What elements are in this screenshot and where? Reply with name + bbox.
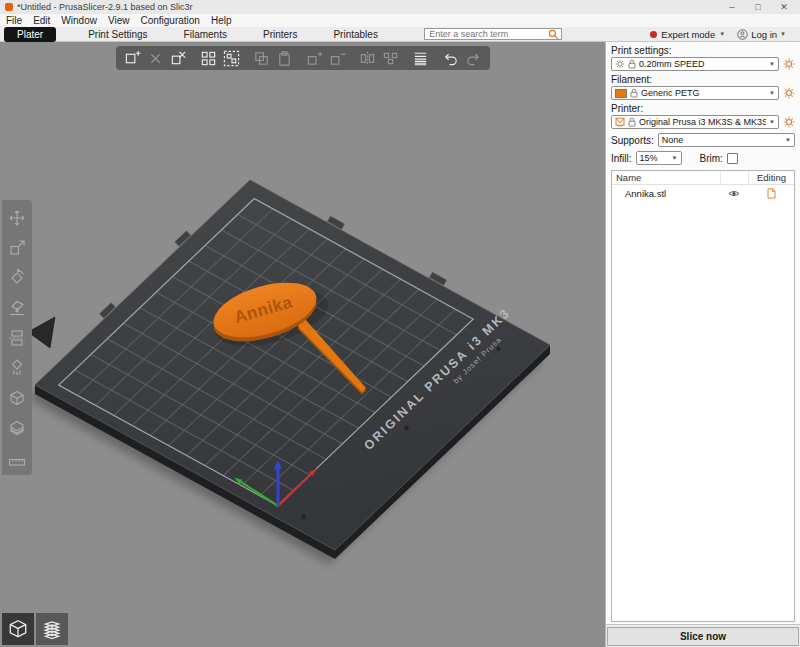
move-button[interactable]	[4, 205, 30, 230]
menu-configuration[interactable]: Configuration	[140, 15, 199, 26]
arrange-button[interactable]	[197, 48, 220, 68]
cube-3d-icon	[7, 618, 29, 640]
add-instance-icon	[306, 50, 323, 67]
gear-icon	[783, 87, 795, 99]
multimaterial-painting-icon	[7, 418, 27, 438]
eye-icon	[728, 189, 740, 198]
edit-object-button[interactable]	[748, 185, 794, 202]
slice-now-button[interactable]: Slice now	[607, 627, 799, 646]
print-settings-label: Print settings:	[611, 45, 795, 56]
maximize-button[interactable]: □	[747, 2, 769, 12]
tab-bar: Plater Print Settings Filaments Printers…	[0, 27, 800, 42]
supports-label: Supports:	[611, 135, 654, 146]
brim-checkbox[interactable]	[727, 153, 738, 164]
infill-combo[interactable]: 15% ▼	[636, 151, 682, 165]
chevron-down-icon: ▼	[785, 137, 791, 143]
measure-button[interactable]	[4, 445, 30, 470]
printer-edit-button[interactable]	[782, 116, 795, 129]
window-title: *Untitled - PrusaSlicer-2.9.1 based on S…	[17, 2, 717, 12]
delete-all-button[interactable]	[167, 48, 190, 68]
infill-value: 15%	[640, 153, 669, 163]
chevron-down-icon: ▼	[769, 119, 775, 125]
chevron-down-icon: ▼	[769, 90, 775, 96]
sidebar: Print settings: 0.20mm SPEED ▼ Filament:	[605, 42, 800, 647]
delete-button[interactable]	[144, 48, 167, 68]
redo-button[interactable]	[462, 48, 485, 68]
edit-document-icon	[767, 188, 776, 199]
supports-combo[interactable]: None ▼	[658, 133, 795, 147]
titlebar: *Untitled - PrusaSlicer-2.9.1 based on S…	[0, 0, 800, 14]
arrange-current-bed-button[interactable]	[220, 48, 243, 68]
object-list-row[interactable]: Annika.stl	[612, 185, 794, 202]
chevron-down-icon: ▼	[769, 61, 775, 67]
column-visibility	[720, 171, 748, 184]
visibility-toggle[interactable]	[720, 185, 748, 202]
print-settings-edit-button[interactable]	[782, 58, 795, 71]
menu-view[interactable]: View	[108, 15, 130, 26]
split-to-parts-button[interactable]	[379, 48, 402, 68]
filament-combo[interactable]: Generic PETG ▼	[611, 86, 779, 100]
scene-canvas: ORIGINAL PRUSA i3 MK3 by Josef Prusa Ann…	[0, 42, 605, 647]
add-object-button[interactable]	[121, 48, 144, 68]
remove-instance-icon	[329, 50, 346, 67]
close-button[interactable]: ✕	[773, 2, 795, 12]
seam-button[interactable]	[4, 385, 30, 410]
printer-combo[interactable]: Original Prusa i3 MK3S & MK3S+ ▼	[611, 115, 779, 129]
print-settings-combo[interactable]: 0.20mm SPEED ▼	[611, 57, 779, 71]
supports-value: None	[662, 135, 782, 145]
infill-label: Infill:	[611, 153, 632, 164]
filament-edit-button[interactable]	[782, 87, 795, 100]
place-on-face-icon	[7, 298, 27, 318]
delete-icon	[147, 50, 164, 67]
mode-label: Expert mode	[661, 29, 715, 40]
column-name: Name	[612, 172, 720, 183]
viewport-3d[interactable]: ORIGINAL PRUSA i3 MK3 by Josef Prusa Ann…	[0, 42, 605, 647]
split-to-parts-icon	[382, 50, 399, 67]
tab-print-settings[interactable]: Print Settings	[78, 28, 157, 41]
scale-icon	[7, 238, 27, 258]
lock-icon	[630, 88, 638, 98]
multimaterial-painting-button[interactable]	[4, 415, 30, 440]
add-object-icon	[124, 50, 141, 67]
filament-label: Filament:	[611, 74, 795, 85]
login-button[interactable]: Log in ▼	[737, 29, 786, 40]
object-list-header: Name Editing	[612, 171, 794, 185]
menu-help[interactable]: Help	[211, 15, 232, 26]
remove-instance-button[interactable]	[326, 48, 349, 68]
cut-button[interactable]	[4, 325, 30, 350]
gizmo-toolbar	[2, 200, 32, 475]
menu-file[interactable]: File	[6, 15, 22, 26]
undo-button[interactable]	[439, 48, 462, 68]
preview-view-button[interactable]	[36, 613, 68, 645]
copy-button[interactable]	[250, 48, 273, 68]
arrange-icon	[200, 50, 217, 67]
variable-layer-height-button[interactable]	[409, 48, 432, 68]
rotate-button[interactable]	[4, 265, 30, 290]
tab-printables[interactable]: Printables	[323, 28, 387, 41]
minimize-button[interactable]: –	[721, 2, 743, 12]
paste-button[interactable]	[273, 48, 296, 68]
object-name: Annika.stl	[612, 188, 720, 199]
tab-plater[interactable]: Plater	[4, 27, 56, 42]
search-box[interactable]	[424, 28, 562, 40]
rotate-icon	[7, 268, 27, 288]
variable-layer-height-icon	[412, 50, 429, 67]
tab-printers[interactable]: Printers	[253, 28, 307, 41]
split-to-objects-button[interactable]	[356, 48, 379, 68]
place-on-face-button[interactable]	[4, 295, 30, 320]
column-editing: Editing	[748, 171, 794, 184]
search-input[interactable]	[429, 29, 548, 39]
editor-view-button[interactable]	[2, 613, 34, 645]
undo-icon	[442, 50, 459, 67]
add-instance-button[interactable]	[303, 48, 326, 68]
expert-mode-dot-icon	[650, 31, 657, 38]
arrange-current-bed-icon	[223, 50, 240, 67]
mode-selector[interactable]: Expert mode ▼	[650, 29, 725, 40]
scale-button[interactable]	[4, 235, 30, 260]
paint-supports-button[interactable]	[4, 355, 30, 380]
cut-icon	[7, 328, 27, 348]
tab-filaments[interactable]: Filaments	[174, 28, 237, 41]
gear-icon	[615, 59, 625, 69]
menu-edit[interactable]: Edit	[33, 15, 50, 26]
menu-window[interactable]: Window	[61, 15, 97, 26]
